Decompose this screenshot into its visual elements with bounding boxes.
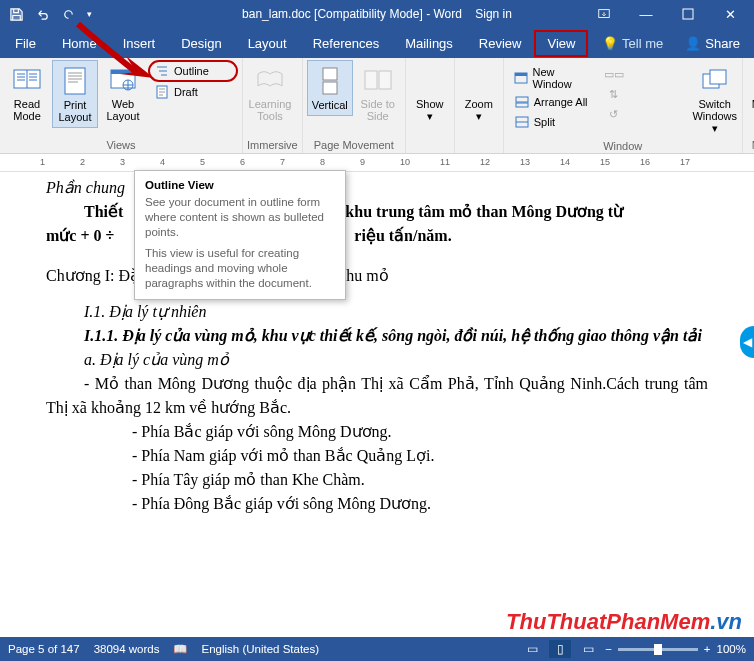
para-1: - Mỏ than Mông Dương thuộc địa phận Thị … xyxy=(46,372,708,420)
svg-rect-18 xyxy=(710,70,726,84)
maximize-icon[interactable] xyxy=(668,0,708,28)
quick-access-toolbar: ▾ xyxy=(4,2,96,26)
show-button[interactable]: Show▾ xyxy=(410,60,450,126)
tab-view[interactable]: View xyxy=(534,30,588,57)
macros-button[interactable]: Macros▾ xyxy=(747,60,754,126)
print-layout-button[interactable]: Print Layout xyxy=(52,60,98,128)
close-icon[interactable]: ✕ xyxy=(710,0,750,28)
menu-bar: File Home Insert Design Layout Reference… xyxy=(0,28,754,58)
print-layout-icon xyxy=(59,65,91,97)
qat-customize-icon[interactable]: ▾ xyxy=(82,2,96,26)
learning-tools-button: Learning Tools xyxy=(247,60,293,126)
arrange-icon xyxy=(514,94,530,110)
draft-button[interactable]: Draft xyxy=(148,82,238,102)
split-button[interactable]: Split xyxy=(508,112,598,132)
tooltip-title: Outline View xyxy=(145,179,335,191)
read-mode-icon xyxy=(11,64,43,96)
window-title: ban_lam.doc [Compatibility Mode] - Word … xyxy=(242,7,512,21)
tab-home[interactable]: Home xyxy=(49,30,110,57)
share-icon: 👤 xyxy=(685,36,701,51)
outline-icon xyxy=(154,63,170,79)
split-icon xyxy=(514,114,530,130)
tab-mailings[interactable]: Mailings xyxy=(392,30,466,57)
web-layout-icon xyxy=(107,64,139,96)
status-web-layout-icon[interactable]: ▭ xyxy=(577,640,599,658)
tab-layout[interactable]: Layout xyxy=(235,30,300,57)
tab-review[interactable]: Review xyxy=(466,30,535,57)
switch-windows-button[interactable]: Switch Windows ▾ xyxy=(692,60,738,138)
watermark: ThuThuatPhanMem.vn xyxy=(506,609,742,635)
new-window-icon xyxy=(514,70,529,86)
svg-rect-10 xyxy=(365,71,377,89)
status-language[interactable]: English (United States) xyxy=(201,643,319,655)
group-views: Read Mode Print Layout Web Layout Outlin… xyxy=(0,58,243,153)
tab-references[interactable]: References xyxy=(300,30,392,57)
para-5: - Phía Đông Bắc giáp với sông Mông Dương… xyxy=(46,492,708,516)
svg-rect-8 xyxy=(323,68,337,80)
tooltip-body-1: See your document in outline form where … xyxy=(145,195,335,240)
draft-icon xyxy=(154,84,170,100)
status-read-mode-icon[interactable]: ▭ xyxy=(521,640,543,658)
read-mode-button[interactable]: Read Mode xyxy=(4,60,50,126)
heading-i11: I.1.1. Địa lý của vùng mỏ, khu vực thiết… xyxy=(46,324,708,348)
redo-icon[interactable] xyxy=(56,2,80,26)
svg-rect-5 xyxy=(111,70,135,74)
group-show: Show▾ xyxy=(406,58,455,153)
status-bar: Page 5 of 147 38094 words 📖 English (Uni… xyxy=(0,637,754,661)
ruler[interactable]: 1234567891011121314151617 xyxy=(0,154,754,172)
status-print-layout-icon[interactable]: ▯ xyxy=(549,640,571,658)
side-panel-tab[interactable]: ◀ xyxy=(740,326,754,358)
svg-rect-3 xyxy=(65,68,85,94)
tooltip-body-2: This view is useful for creating heading… xyxy=(145,246,335,291)
outline-tooltip: Outline View See your document in outlin… xyxy=(134,170,346,300)
web-layout-button[interactable]: Web Layout xyxy=(100,60,146,126)
para-3: - Phía Nam giáp với mỏ than Bắc Quảng Lợ… xyxy=(46,444,708,468)
save-icon[interactable] xyxy=(4,2,28,26)
svg-rect-9 xyxy=(323,82,337,94)
reset-pos-button: ↺ xyxy=(600,104,690,124)
undo-icon[interactable] xyxy=(30,2,54,26)
outline-button[interactable]: Outline xyxy=(148,60,238,82)
zoom-in-button[interactable]: + xyxy=(704,643,711,655)
bulb-icon: 💡 xyxy=(602,36,618,51)
zoom-level[interactable]: 100% xyxy=(717,643,746,655)
arrange-all-button[interactable]: Arrange All xyxy=(508,92,598,112)
ribbon-options-icon[interactable] xyxy=(584,0,624,28)
group-window: New Window Arrange All Split ▭▭ ⇅ ↺ Swit… xyxy=(504,58,743,153)
view-side-button: ▭▭ xyxy=(600,64,690,84)
zoom-out-button[interactable]: − xyxy=(605,643,612,655)
learning-tools-icon xyxy=(254,64,286,96)
title-bar: ▾ ban_lam.doc [Compatibility Mode] - Wor… xyxy=(0,0,754,28)
switch-windows-icon xyxy=(699,64,731,96)
group-immersive: Learning Tools Immersive xyxy=(243,58,303,153)
sync-scroll-button: ⇅ xyxy=(600,84,690,104)
minimize-icon[interactable]: — xyxy=(626,0,666,28)
new-window-button[interactable]: New Window xyxy=(508,64,598,92)
heading-i1: I.1. Địa lý tự nhiên xyxy=(46,300,708,324)
document-area[interactable]: Phần chung Thiếtkhu trung tâm mỏ than Mô… xyxy=(18,172,736,637)
side-icon xyxy=(362,64,394,96)
status-proof-icon[interactable]: 📖 xyxy=(173,642,187,656)
vertical-button[interactable]: Vertical xyxy=(307,60,353,116)
zoom-button[interactable]: Zoom▾ xyxy=(459,60,499,126)
svg-rect-1 xyxy=(683,9,693,19)
para-2: - Phía Bắc giáp với sông Mông Dương. xyxy=(46,420,708,444)
svg-rect-14 xyxy=(516,97,528,102)
status-page[interactable]: Page 5 of 147 xyxy=(8,643,80,655)
share-button[interactable]: 👤Share xyxy=(673,30,752,57)
side-to-side-button: Side to Side xyxy=(355,60,401,126)
svg-rect-11 xyxy=(379,71,391,89)
tab-file[interactable]: File xyxy=(2,30,49,57)
heading-a: a. Địa lý của vùng mỏ xyxy=(46,348,708,372)
tab-design[interactable]: Design xyxy=(168,30,234,57)
group-zoom: Zoom▾ xyxy=(455,58,504,153)
tell-me[interactable]: 💡Tell me xyxy=(592,30,673,57)
para-4: - Phía Tây giáp mỏ than Khe Chàm. xyxy=(46,468,708,492)
zoom-slider[interactable] xyxy=(618,648,698,651)
tab-insert[interactable]: Insert xyxy=(110,30,169,57)
status-words[interactable]: 38094 words xyxy=(94,643,160,655)
group-page-movement: Vertical Side to Side Page Movement xyxy=(303,58,406,153)
svg-rect-15 xyxy=(516,103,528,107)
svg-rect-13 xyxy=(515,73,527,76)
sign-in-link[interactable]: Sign in xyxy=(475,7,512,21)
